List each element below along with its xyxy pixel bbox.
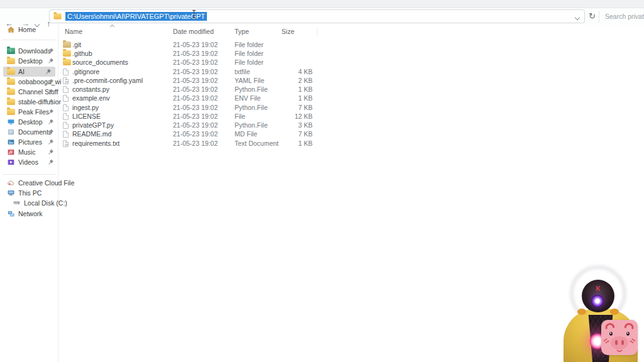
file-name: README.md — [72, 130, 111, 138]
file-icon — [63, 86, 69, 93]
sidebar-item-oobabooga[interactable]: oobabooga_wi — [0, 77, 58, 87]
file-icon — [63, 104, 69, 111]
pin-icon — [48, 159, 54, 165]
file-row[interactable]: privateGPT.py 21-05-23 19:02 Python.File… — [58, 121, 322, 129]
sidebar-item-label: Documents — [18, 128, 52, 136]
pin-icon — [48, 119, 54, 125]
pig-ear-icon — [624, 322, 634, 329]
file-row[interactable]: constants.py 21-05-23 19:02 Python.File … — [58, 85, 322, 94]
file-type: File folder — [235, 41, 264, 48]
documents-icon — [7, 128, 15, 136]
file-name: source_documents — [72, 58, 128, 66]
pin-icon — [48, 139, 54, 145]
folder-icon — [63, 59, 71, 65]
column-header-type[interactable]: Type — [235, 28, 249, 35]
file-size: 7 KB — [275, 104, 313, 111]
file-date: 21-05-23 19:02 — [173, 121, 218, 129]
sidebar-item-desktop-pinned[interactable]: Desktop — [0, 56, 58, 66]
column-header-size[interactable]: Size — [257, 28, 294, 35]
sidebar-separator — [3, 174, 55, 175]
file-list: Name Date modified Type Size .git 21-05-… — [58, 25, 322, 214]
file-icon — [63, 140, 69, 147]
pig-snout-icon — [611, 336, 628, 349]
sidebar-item-documents[interactable]: Documents — [0, 127, 58, 137]
folder-icon — [7, 109, 15, 115]
file-row[interactable]: LICENSE 21-05-23 19:02 File 12 KB — [58, 112, 322, 121]
sidebar-item-label: AI — [18, 68, 25, 75]
sidebar-item-desktop[interactable]: Desktop — [0, 117, 58, 127]
file-name: constants.py — [72, 85, 109, 93]
sidebar-item-ai[interactable]: AI — [3, 67, 55, 77]
file-type: Python.File — [235, 104, 268, 111]
pin-icon — [48, 89, 54, 95]
pig-blush-mark — [605, 340, 609, 343]
pin-icon — [48, 109, 54, 115]
sidebar-item-this-pc[interactable]: This PC — [0, 188, 58, 198]
folder-icon — [7, 89, 15, 95]
downloads-folder-icon — [7, 48, 15, 54]
file-date: 21-05-23 19:02 — [173, 85, 218, 93]
file-name: ingest.py — [72, 104, 99, 111]
file-type: File — [235, 112, 245, 120]
file-date: 21-05-23 19:02 — [173, 140, 218, 147]
file-row[interactable]: .git 21-05-23 19:02 File folder — [58, 40, 322, 49]
file-size: 1 KB — [275, 85, 313, 93]
sidebar-separator — [3, 40, 55, 40]
network-icon — [7, 210, 15, 217]
file-row[interactable]: .github 21-05-23 19:02 File folder — [58, 49, 322, 58]
file-name: requirements.txt — [72, 140, 119, 147]
sidebar-item-pictures[interactable]: Pictures — [0, 137, 58, 147]
avatar-shoulder — [610, 309, 619, 315]
file-row[interactable]: .pre-commit-config.yaml 21-05-23 19:02 Y… — [58, 76, 322, 85]
file-name: privateGPT.py — [72, 121, 114, 129]
window-tab-strip — [0, 0, 644, 8]
cloud-icon — [7, 179, 15, 187]
sidebar-item-label: Home — [18, 26, 36, 33]
sidebar-item-local-disk-c[interactable]: Local Disk (C:) — [0, 198, 58, 208]
pig-mouth — [616, 348, 623, 352]
this-pc-icon — [7, 189, 15, 197]
file-size: 1 KB — [275, 94, 313, 102]
column-header-date-modified[interactable]: Date modified — [173, 28, 214, 35]
address-dropdown-chevron-icon[interactable] — [575, 15, 580, 20]
avatar-glowing-eye-icon — [591, 295, 604, 307]
sidebar-item-home[interactable]: Home — [0, 25, 58, 35]
sidebar-item-label: Music — [18, 148, 35, 156]
file-size: 3 KB — [275, 121, 313, 129]
file-date: 21-05-23 19:02 — [173, 41, 218, 48]
sidebar-item-label: Pictures — [18, 138, 42, 146]
file-date: 21-05-23 19:02 — [173, 77, 218, 84]
sidebar-item-videos[interactable]: Videos — [0, 157, 58, 167]
file-row[interactable]: requirements.txt 21-05-23 19:02 Text Doc… — [58, 139, 322, 148]
column-divider — [317, 28, 318, 36]
file-date: 21-05-23 19:02 — [173, 94, 218, 102]
pig-eye-icon — [609, 332, 613, 336]
file-name: example.env — [72, 94, 110, 102]
search-placeholder: Search privateGPT — [605, 13, 644, 20]
file-row[interactable]: ingest.py 21-05-23 19:02 Python.File 7 K… — [58, 103, 322, 112]
file-row[interactable]: source_documents 21-05-23 19:02 File fol… — [58, 58, 322, 67]
file-row[interactable]: example.env 21-05-23 19:02 ENV File 1 KB — [58, 94, 322, 102]
file-icon — [63, 77, 69, 84]
pin-icon — [48, 48, 54, 54]
file-row[interactable]: README.md 21-05-23 19:02 MD File 7 KB — [58, 129, 322, 138]
file-size: 4 KB — [275, 68, 313, 75]
address-bar[interactable]: C:\Users\ohmni\AI\PRIVATEGPT\privateGPT — [49, 9, 585, 23]
pig-ear-icon — [604, 322, 614, 329]
sidebar-item-stable-diffusion[interactable]: stable-diffusior — [0, 97, 58, 107]
sidebar-item-creative-cloud[interactable]: Creative Cloud File — [0, 178, 58, 188]
sidebar-item-downloads[interactable]: Downloads — [0, 46, 58, 56]
sort-ascending-icon — [110, 25, 114, 29]
sidebar-item-channel-stuff[interactable]: Channel Stuff — [0, 87, 58, 97]
pig-blush-mark — [630, 340, 634, 343]
sidebar-item-music[interactable]: Music — [0, 147, 58, 157]
sidebar-item-label: Downloads — [18, 47, 51, 55]
column-header-name[interactable]: Name — [65, 28, 82, 35]
file-type: Text Document — [235, 140, 279, 147]
file-row[interactable]: .gitignore 21-05-23 19:02 txtfile 4 KB — [58, 67, 322, 76]
refresh-icon[interactable]: ↻ — [589, 11, 596, 21]
sidebar-item-peak-files[interactable]: Peak Files — [0, 107, 58, 117]
sidebar-item-network[interactable]: Network — [0, 209, 58, 219]
sidebar-item-label: oobabooga_wi — [18, 78, 61, 85]
address-path-text[interactable]: C:\Users\ohmni\AI\PRIVATEGPT\privateGPT — [65, 12, 207, 21]
